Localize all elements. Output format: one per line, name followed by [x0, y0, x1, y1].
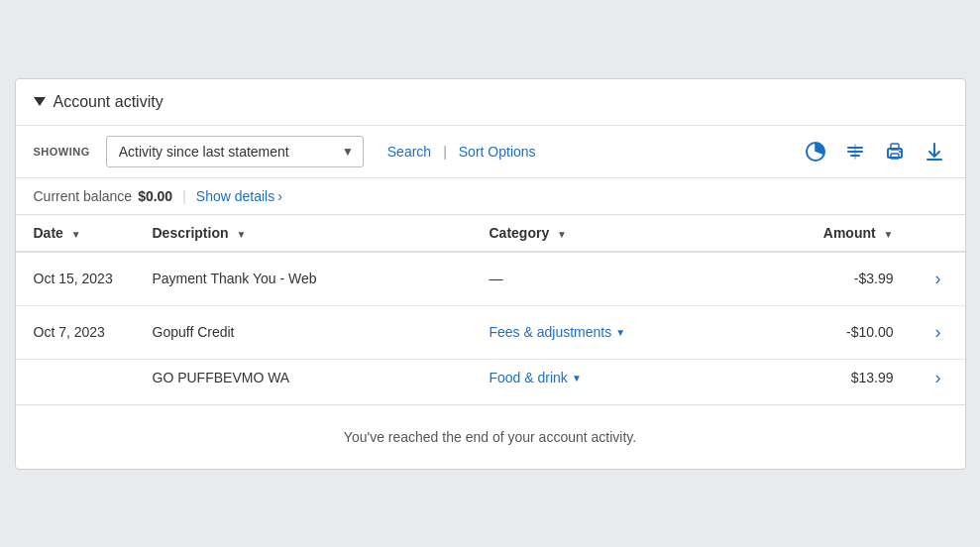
- end-of-activity-message: You've reached the end of your account a…: [16, 404, 965, 469]
- description-column-header[interactable]: Description ▼: [135, 215, 472, 252]
- date-column-header[interactable]: Date ▼: [16, 215, 135, 252]
- card-header: Account activity: [16, 79, 965, 126]
- row3-description: GO PUFFBEVMO WA: [135, 359, 472, 404]
- action-column-header: [912, 215, 965, 252]
- balance-divider: |: [182, 188, 186, 204]
- table-row: Oct 15, 2023 Payment Thank You - Web — -…: [16, 252, 965, 306]
- row2-category-chevron-icon: ▼: [615, 327, 625, 338]
- toolbar: SHOWING Activity since last statement La…: [16, 126, 965, 178]
- row1-description: Payment Thank You - Web: [135, 252, 472, 306]
- row2-chevron-button[interactable]: ›: [929, 320, 947, 345]
- table-row: GO PUFFBEVMO WA Food & drink ▼ $13.99 ›: [16, 359, 965, 404]
- desc-sort-icon: ▼: [236, 229, 246, 240]
- category-column-header[interactable]: Category ▼: [472, 215, 690, 252]
- account-activity-card: Account activity SHOWING Activity since …: [15, 78, 966, 470]
- row3-date: [16, 359, 135, 404]
- cat-sort-icon: ▼: [557, 229, 567, 240]
- amount-sort-icon: ▼: [884, 229, 894, 240]
- sort-options-button[interactable]: Sort Options: [459, 144, 536, 160]
- date-sort-icon: ▼: [71, 229, 81, 240]
- svg-rect-8: [891, 154, 899, 159]
- show-details-label: Show details: [196, 188, 274, 204]
- row2-date: Oct 7, 2023: [16, 305, 135, 359]
- filter-icon: [844, 141, 866, 163]
- row3-category: Food & drink ▼: [472, 359, 690, 404]
- showing-label: SHOWING: [34, 146, 90, 158]
- row3-amount: $13.99: [690, 359, 912, 404]
- table-header-row: Date ▼ Description ▼ Category ▼ Amount ▼: [16, 215, 965, 252]
- row3-category-link[interactable]: Food & drink ▼: [490, 370, 582, 385]
- pie-chart-icon: [805, 141, 826, 163]
- card-title: Account activity: [54, 93, 163, 111]
- pipe-separator: |: [443, 144, 447, 160]
- balance-label: Current balance: [34, 188, 133, 204]
- row2-amount: -$10.00: [690, 305, 912, 359]
- transactions-table: Date ▼ Description ▼ Category ▼ Amount ▼: [16, 215, 965, 404]
- show-details-link[interactable]: Show details ›: [196, 188, 282, 204]
- row1-date: Oct 15, 2023: [16, 252, 135, 306]
- row1-chevron-button[interactable]: ›: [929, 267, 947, 291]
- filter-icon-button[interactable]: [842, 139, 868, 164]
- toolbar-icons: [803, 139, 947, 164]
- balance-amount: $0.00: [138, 188, 172, 204]
- row1-category: —: [472, 252, 690, 306]
- chevron-right-icon: ›: [277, 188, 282, 204]
- print-icon: [884, 141, 906, 163]
- row2-action[interactable]: ›: [912, 305, 965, 359]
- row2-category-link[interactable]: Fees & adjustments ▼: [490, 324, 626, 340]
- table-row: Oct 7, 2023 Gopuff Credit Fees & adjustm…: [16, 305, 965, 359]
- pie-chart-icon-button[interactable]: [803, 139, 828, 164]
- row3-action[interactable]: ›: [912, 359, 965, 404]
- row1-action[interactable]: ›: [912, 252, 965, 306]
- balance-bar: Current balance $0.00 | Show details ›: [16, 178, 965, 215]
- row3-category-chevron-icon: ▼: [572, 373, 582, 383]
- collapse-icon[interactable]: [34, 97, 46, 106]
- row2-description: Gopuff Credit: [135, 305, 472, 359]
- download-icon-button[interactable]: [922, 139, 947, 164]
- activity-filter-dropdown-wrapper[interactable]: Activity since last statement Last 30 da…: [106, 136, 364, 167]
- search-button[interactable]: Search: [387, 144, 431, 160]
- row2-category: Fees & adjustments ▼: [472, 305, 690, 359]
- svg-point-9: [899, 151, 901, 153]
- amount-column-header[interactable]: Amount ▼: [690, 215, 912, 252]
- activity-filter-select[interactable]: Activity since last statement Last 30 da…: [106, 136, 364, 167]
- row1-amount: -$3.99: [690, 252, 912, 306]
- download-icon: [924, 141, 945, 163]
- print-icon-button[interactable]: [882, 139, 908, 164]
- row3-chevron-button[interactable]: ›: [929, 366, 947, 390]
